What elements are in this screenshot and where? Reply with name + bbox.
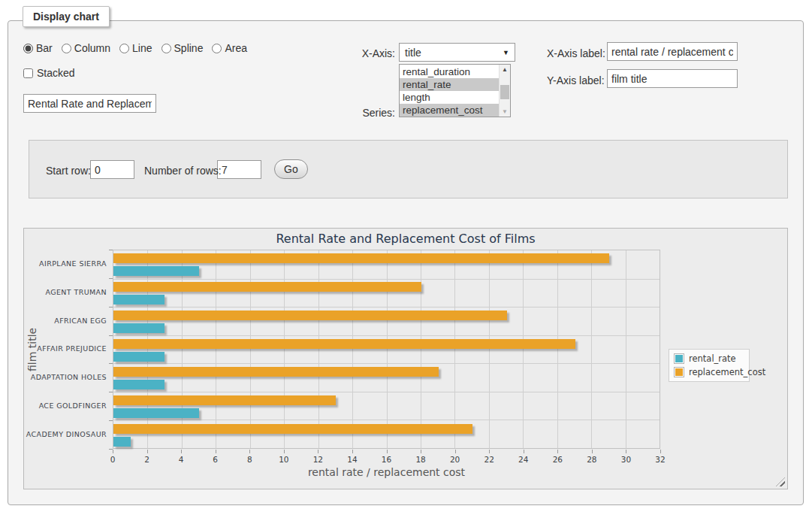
category-label: AIRPLANE SIERRA bbox=[24, 259, 107, 268]
chart-type-option-area[interactable]: Area bbox=[212, 42, 247, 54]
gridline bbox=[147, 250, 148, 448]
x-tick-label: 30 bbox=[614, 455, 637, 464]
scroll-up-icon[interactable]: ▲ bbox=[500, 65, 510, 74]
x-tick-label: 28 bbox=[581, 455, 603, 464]
chart-type-radio-line[interactable] bbox=[119, 44, 129, 53]
x-tick-mark bbox=[352, 450, 353, 453]
scroll-down-icon[interactable]: ▼ bbox=[500, 107, 510, 117]
chart-type-radio-spline[interactable] bbox=[161, 44, 171, 53]
bar-replacement-cost bbox=[113, 339, 575, 349]
chart-type-option-column[interactable]: Column bbox=[62, 42, 110, 54]
gridline bbox=[250, 250, 251, 448]
category-label: ACE GOLDFINGER bbox=[24, 401, 107, 410]
legend-entry-replacement_cost: replacement_cost bbox=[669, 365, 749, 379]
x-tick-mark bbox=[318, 450, 318, 453]
chart-panel: Rental Rate and Replacement Cost of Film… bbox=[23, 228, 788, 489]
legend-swatch bbox=[674, 367, 684, 377]
gridline bbox=[182, 250, 183, 448]
series-option-rental_rate[interactable]: rental_rate bbox=[400, 78, 499, 91]
x-tick-mark bbox=[660, 450, 661, 453]
fieldset-legend: Display chart bbox=[23, 6, 110, 27]
chart-type-option-spline[interactable]: Spline bbox=[161, 42, 204, 54]
series-options: rental_durationrental_ratelengthreplacem… bbox=[400, 65, 499, 117]
chart-type-radios: BarColumnLineSplineArea bbox=[23, 42, 247, 54]
chart-type-radio-bar[interactable] bbox=[23, 44, 33, 53]
gridline bbox=[454, 250, 455, 448]
gridline bbox=[591, 250, 592, 448]
chevron-down-icon: ▼ bbox=[503, 49, 509, 56]
x-tick-mark bbox=[284, 450, 285, 453]
scrollbar-thumb[interactable] bbox=[500, 85, 509, 99]
y-tick-mark bbox=[109, 307, 113, 308]
bar-rental-rate bbox=[113, 352, 165, 362]
x-tick-label: 2 bbox=[136, 455, 158, 464]
bar-replacement-cost bbox=[113, 367, 439, 377]
chart-type-radio-column[interactable] bbox=[62, 44, 71, 53]
gridline bbox=[113, 392, 660, 392]
bar-rental-rate bbox=[113, 380, 165, 389]
gridline bbox=[352, 250, 353, 448]
x-tick-label: 6 bbox=[204, 455, 227, 464]
series-listbox[interactable]: rental_durationrental_ratelengthreplacem… bbox=[399, 64, 511, 117]
category-label: AGENT TRUMAN bbox=[24, 288, 107, 296]
x-tick-label: 8 bbox=[238, 455, 261, 464]
chart-type-radio-label: Bar bbox=[36, 42, 53, 54]
chart-legend: rental_ratereplacement_cost bbox=[669, 349, 750, 382]
gridline bbox=[216, 250, 216, 448]
x-tick-mark bbox=[592, 450, 593, 453]
series-option-rental_duration[interactable]: rental_duration bbox=[400, 65, 499, 78]
chart-title-input[interactable] bbox=[23, 94, 156, 113]
number-of-rows-input[interactable] bbox=[217, 160, 261, 179]
start-row-input[interactable] bbox=[90, 160, 134, 179]
y-axis-label-input[interactable] bbox=[607, 69, 738, 88]
chart-x-axis-title: rental rate / replacement cost bbox=[113, 466, 660, 478]
plot-area bbox=[113, 250, 660, 449]
x-tick-label: 22 bbox=[478, 455, 500, 464]
x-tick-label: 0 bbox=[101, 455, 124, 464]
legend-label: rental_rate bbox=[689, 353, 736, 364]
series-option-replacement_cost[interactable]: replacement_cost bbox=[400, 104, 499, 117]
chart-type-option-line[interactable]: Line bbox=[119, 42, 152, 54]
gridline bbox=[523, 250, 524, 448]
y-tick-mark bbox=[109, 335, 113, 336]
x-tick-label: 32 bbox=[649, 455, 672, 464]
x-tick-mark bbox=[249, 450, 250, 453]
chart-type-radio-label: Column bbox=[74, 42, 110, 54]
gridline bbox=[318, 250, 319, 448]
stacked-label: Stacked bbox=[37, 67, 75, 79]
y-axis-label-field-label: Y-Axis label: bbox=[547, 74, 605, 86]
y-tick-mark bbox=[109, 250, 113, 250]
stacked-checkbox[interactable] bbox=[23, 68, 33, 78]
series-option-length[interactable]: length bbox=[400, 91, 499, 104]
stacked-option[interactable]: Stacked bbox=[23, 67, 75, 79]
series-scrollbar[interactable]: ▲ ▼ bbox=[499, 65, 510, 117]
row-controls-panel: Start row: Number of rows: Go bbox=[29, 140, 788, 198]
x-tick-mark bbox=[181, 450, 182, 453]
number-of-rows-label: Number of rows: bbox=[144, 165, 222, 177]
legend-label: replacement_cost bbox=[689, 367, 765, 377]
x-axis-label-input[interactable] bbox=[607, 42, 738, 61]
chart-type-option-bar[interactable]: Bar bbox=[23, 42, 53, 54]
chart-type-radio-area[interactable] bbox=[212, 44, 222, 53]
legend-entry-rental_rate: rental_rate bbox=[669, 352, 749, 365]
bar-rental-rate bbox=[113, 323, 165, 333]
x-tick-mark bbox=[524, 450, 524, 453]
x-tick-label: 18 bbox=[409, 455, 432, 464]
resize-handle-icon[interactable] bbox=[776, 477, 785, 486]
y-tick-mark bbox=[109, 420, 113, 421]
bar-replacement-cost bbox=[113, 395, 336, 405]
category-label: AFFAIR PREJUDICE bbox=[24, 344, 107, 353]
x-axis-select-label: X-Axis: bbox=[343, 47, 395, 59]
go-button[interactable]: Go bbox=[274, 159, 308, 179]
legend-swatch bbox=[674, 353, 684, 364]
gridline bbox=[113, 279, 660, 280]
chart-category-labels: AIRPLANE SIERRAAGENT TRUMANAFRICAN EGGAF… bbox=[24, 250, 107, 449]
bar-replacement-cost bbox=[113, 253, 609, 263]
x-axis-select[interactable]: title ▼ bbox=[399, 43, 515, 62]
x-tick-mark bbox=[147, 450, 148, 453]
x-tick-mark bbox=[387, 450, 388, 453]
x-tick-label: 26 bbox=[546, 455, 569, 464]
chart-type-radio-label: Line bbox=[132, 42, 152, 54]
display-chart-fieldset: BarColumnLineSplineArea Stacked X-Axis: … bbox=[8, 20, 804, 505]
bar-rental-rate bbox=[113, 266, 199, 276]
